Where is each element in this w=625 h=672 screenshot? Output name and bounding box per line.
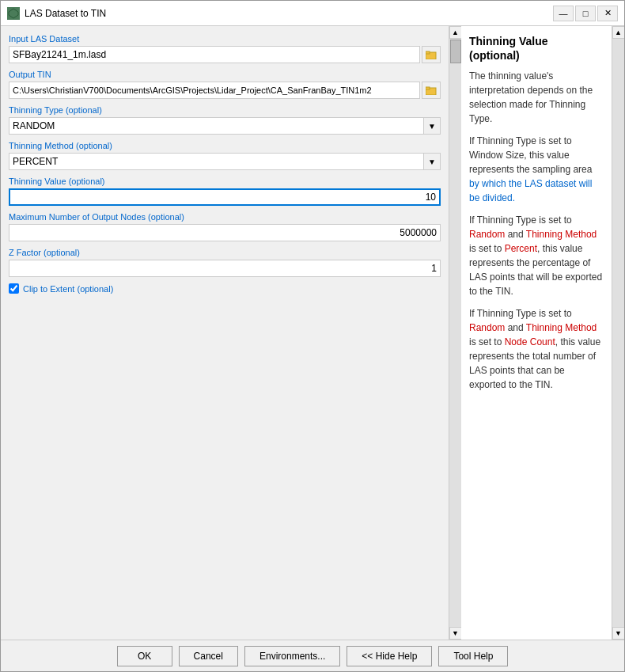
maximize-button[interactable]: □ [575, 6, 596, 21]
thinning-method-group: Thinning Method (optional) PERCENT NODE … [9, 141, 441, 170]
thinning-type-dropdown-container: RANDOM WINDOW SIZE NONE ▼ [9, 117, 441, 135]
title-bar-left: LAS Dataset to TIN [7, 7, 106, 20]
thinning-method-select[interactable]: PERCENT NODE COUNT [9, 153, 441, 170]
help-para-2: If Thinning Type is set to Window Size, … [469, 134, 604, 205]
help-highlight-red-5: Thinning Method [526, 322, 597, 333]
input-las-browse-button[interactable] [422, 46, 441, 63]
title-bar: LAS Dataset to TIN — □ ✕ [1, 1, 624, 26]
help-highlight-blue-1: by which the LAS dataset will be divided… [469, 178, 592, 203]
input-las-group: Input LAS Dataset [9, 34, 441, 63]
output-tin-label: Output TIN [9, 70, 441, 79]
close-button[interactable]: ✕ [597, 6, 618, 21]
minimize-button[interactable]: — [553, 6, 574, 21]
help-highlight-red-2: Thinning Method [526, 229, 597, 240]
help-highlight-red-1: Random [469, 229, 505, 240]
thinning-method-label: Thinning Method (optional) [9, 141, 441, 150]
help-para-3: If Thinning Type is set to Random and Th… [469, 213, 604, 298]
z-factor-label: Z Factor (optional) [9, 248, 441, 257]
help-highlight-red-3: Percent [505, 243, 537, 254]
help-para-4: If Thinning Type is set to Random and Th… [469, 306, 604, 392]
folder-icon [426, 50, 437, 59]
help-highlight-red-4: Random [469, 322, 505, 333]
hide-help-button[interactable]: << Hide Help [347, 646, 432, 666]
right-scroll-track[interactable] [612, 39, 625, 627]
help-title: Thinning Value(optional) [469, 34, 604, 63]
ok-button[interactable]: OK [117, 646, 172, 666]
right-panel: Thinning Value(optional) The thinning va… [461, 26, 612, 640]
thinning-value-input[interactable] [9, 188, 441, 206]
clip-to-extent-row: Clip to Extent (optional) [9, 283, 441, 294]
help-para-1: The thinning value's interpretation depe… [469, 69, 604, 126]
output-tin-row [9, 82, 441, 99]
output-tin-group: Output TIN [9, 70, 441, 99]
scroll-thumb[interactable] [450, 40, 461, 63]
max-nodes-group: Maximum Number of Output Nodes (optional… [9, 212, 441, 241]
scroll-down-button[interactable]: ▼ [449, 627, 462, 640]
main-window: LAS Dataset to TIN — □ ✕ Input LAS Datas… [0, 0, 625, 672]
thinning-value-label: Thinning Value (optional) [9, 177, 441, 186]
cancel-button[interactable]: Cancel [179, 646, 238, 666]
environments-button[interactable]: Environments... [244, 646, 340, 666]
thinning-type-label: Thinning Type (optional) [9, 105, 441, 115]
right-scroll-down-button[interactable]: ▼ [612, 627, 625, 640]
title-bar-controls: — □ ✕ [553, 6, 618, 21]
window-title: LAS Dataset to TIN [25, 8, 106, 19]
scroll-track[interactable] [449, 39, 462, 627]
folder-icon [426, 85, 437, 95]
right-scroll-up-button[interactable]: ▲ [612, 26, 625, 39]
left-scrollbar: ▲ ▼ [449, 26, 461, 640]
right-scrollbar: ▲ ▼ [612, 26, 624, 640]
thinning-type-select[interactable]: RANDOM WINDOW SIZE NONE [9, 117, 441, 135]
svg-rect-4 [426, 87, 430, 89]
clip-to-extent-checkbox[interactable] [9, 283, 19, 294]
z-factor-input[interactable] [9, 260, 441, 277]
svg-rect-2 [426, 51, 430, 54]
clip-to-extent-label: Clip to Extent (optional) [23, 284, 113, 294]
scroll-up-button[interactable]: ▲ [449, 26, 462, 39]
input-las-label: Input LAS Dataset [9, 34, 441, 44]
thinning-method-dropdown-container: PERCENT NODE COUNT ▼ [9, 153, 441, 170]
input-las-input[interactable] [9, 46, 420, 63]
output-tin-browse-button[interactable] [422, 82, 441, 99]
svg-marker-0 [9, 9, 18, 18]
z-factor-group: Z Factor (optional) [9, 248, 441, 277]
footer: OK Cancel Environments... << Hide Help T… [1, 640, 624, 671]
app-icon [7, 7, 20, 20]
input-las-row [9, 46, 441, 63]
help-highlight-red-6: Node Count [505, 336, 555, 347]
thinning-type-group: Thinning Type (optional) RANDOM WINDOW S… [9, 105, 441, 135]
thinning-value-group: Thinning Value (optional) [9, 177, 441, 206]
output-tin-input[interactable] [9, 82, 420, 99]
main-content: Input LAS Dataset Output TIN [1, 26, 624, 640]
form-area: Input LAS Dataset Output TIN [1, 26, 449, 640]
max-nodes-label: Maximum Number of Output Nodes (optional… [9, 212, 441, 222]
tool-help-button[interactable]: Tool Help [438, 646, 508, 666]
max-nodes-input[interactable] [9, 224, 441, 241]
